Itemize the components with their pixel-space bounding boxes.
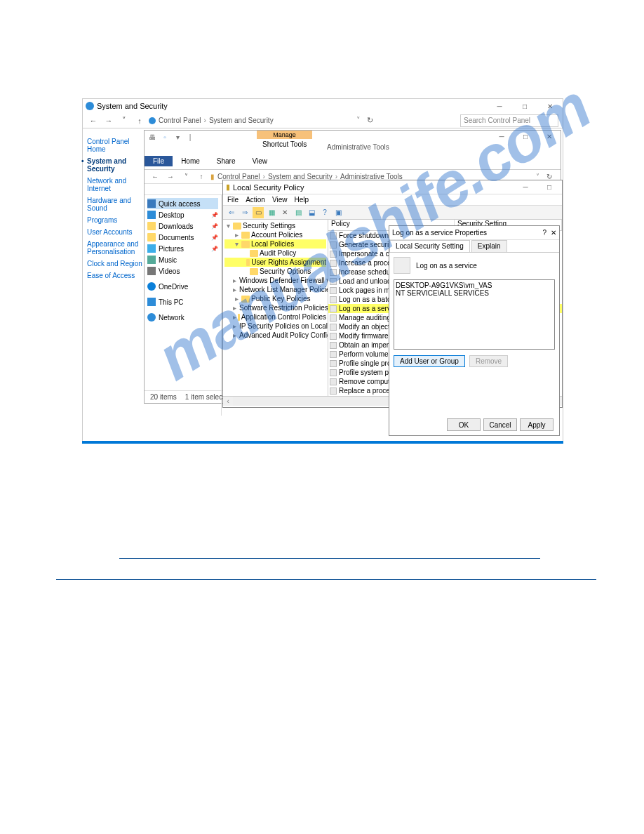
tab-share[interactable]: Share — [208, 156, 244, 166]
back-icon[interactable]: ⇐ — [226, 207, 237, 218]
help-button[interactable]: ? — [542, 229, 546, 237]
up-icon[interactable]: ▭ — [253, 207, 264, 218]
help-icon[interactable]: ? — [319, 207, 330, 218]
tree-item[interactable]: ▸Windows Defender Firewall with Adva — [224, 276, 326, 285]
sidebar-item-users[interactable]: User Accounts — [87, 226, 150, 238]
tree-item[interactable]: ▸Account Policies — [224, 230, 326, 239]
menu-help[interactable]: Help — [294, 196, 309, 204]
breadcrumb-item[interactable]: Control Panel — [159, 117, 201, 124]
tree-item[interactable]: ▸Public Key Policies — [224, 294, 326, 303]
collapse-icon[interactable]: ▾ — [224, 222, 232, 230]
tree-item[interactable]: Security Options — [224, 267, 326, 276]
nav-videos[interactable]: Videos — [147, 265, 218, 277]
close-button[interactable]: ✕ — [539, 131, 559, 142]
sidebar-item-programs[interactable]: Programs — [87, 214, 150, 226]
sidebar-item-home[interactable]: Control Panel Home — [87, 135, 150, 155]
minimize-button[interactable]: ─ — [490, 100, 509, 112]
tree-item[interactable]: ▸Advanced Audit Policy Configuration — [224, 331, 326, 340]
tree-item[interactable]: ▸Network List Manager Policies — [224, 285, 326, 294]
expand-icon[interactable]: ▸ — [233, 304, 236, 312]
maximize-button[interactable]: □ — [516, 131, 535, 142]
tab-local-security[interactable]: Local Security Setting — [389, 240, 470, 252]
back-button[interactable]: ← — [149, 171, 161, 183]
delete-icon[interactable]: ✕ — [279, 207, 290, 218]
taskbar[interactable] — [82, 441, 563, 444]
expand-icon[interactable]: ▸ — [233, 277, 236, 284]
minimize-button[interactable]: ─ — [492, 131, 511, 142]
tree-item[interactable]: ▸Software Restriction Policies — [224, 303, 326, 312]
list-item[interactable]: NT SERVICE\ALL SERVICES — [396, 289, 553, 297]
menu-action[interactable]: Action — [246, 196, 265, 204]
refresh-button[interactable]: ↻ — [363, 116, 377, 125]
tree-item[interactable]: ▾Local Policies — [224, 239, 326, 249]
tree-item[interactable]: ▸IP Security Policies on Local Compute — [224, 322, 326, 331]
nav-quick-access[interactable]: Quick access — [147, 198, 218, 209]
menu-file[interactable]: File — [227, 196, 239, 204]
nav-this-pc[interactable]: This PC — [147, 296, 218, 307]
up-button[interactable]: ˅ — [118, 114, 130, 127]
nav-downloads[interactable]: Downloads📌 — [147, 220, 218, 232]
users-listbox[interactable]: DESKTOP-A9G1VKS\vm_VAS NT SERVICE\ALL SE… — [394, 279, 555, 350]
sidebar-item-network[interactable]: Network and Internet — [87, 175, 150, 194]
close-button[interactable]: ✕ — [551, 229, 556, 237]
divider — [56, 579, 596, 580]
expand-icon[interactable]: ▸ — [233, 322, 236, 330]
tree-label: Software Restriction Policies — [239, 304, 328, 312]
down-icon[interactable]: ▾ — [173, 132, 182, 142]
sidebar-item-appearance[interactable]: Appearance and Personalisation — [87, 238, 150, 258]
tab-home[interactable]: Home — [173, 156, 208, 166]
expand-icon[interactable]: ▸ — [233, 231, 240, 239]
print-icon[interactable]: 🖶 — [147, 132, 157, 142]
ok-button[interactable]: OK — [447, 418, 481, 431]
properties-icon[interactable]: ▤ — [293, 207, 304, 218]
tree-item[interactable]: User Rights Assignment — [224, 258, 326, 267]
back-button[interactable]: ← — [87, 114, 100, 127]
nav-pictures[interactable]: Pictures📌 — [147, 243, 218, 254]
up-button[interactable]: ↑ — [195, 171, 208, 183]
scroll-left-icon[interactable]: ‹ — [223, 397, 233, 406]
nav-onedrive[interactable]: OneDrive — [147, 281, 218, 292]
maximize-button[interactable]: □ — [515, 100, 535, 112]
maximize-button[interactable]: □ — [539, 182, 559, 193]
cancel-button[interactable]: Cancel — [483, 418, 517, 431]
add-user-button[interactable]: Add User or Group — [394, 355, 465, 367]
breadcrumb[interactable]: Control Panel › System and Security — [159, 117, 274, 124]
forward-icon[interactable]: ⇒ — [239, 207, 250, 218]
nav-documents[interactable]: Documents📌 — [147, 232, 218, 243]
expand-icon[interactable]: ▸ — [233, 295, 240, 303]
forward-button[interactable]: → — [102, 114, 115, 127]
dropdown-icon[interactable]: ˅ — [356, 116, 361, 125]
apply-button[interactable]: Apply — [520, 418, 554, 431]
folder-icon[interactable]: ▫ — [160, 132, 170, 142]
refresh-icon[interactable]: ▣ — [333, 207, 344, 218]
expand-icon[interactable]: ▸ — [233, 286, 236, 293]
sidebar-item-clock[interactable]: Clock and Region — [87, 258, 150, 270]
expand-icon[interactable]: ▸ — [233, 331, 236, 339]
nav-network[interactable]: Network — [147, 312, 218, 323]
tab-shortcut-tools[interactable]: Shortcut Tools — [257, 139, 312, 150]
tree-item[interactable]: ▸Application Control Policies — [224, 312, 326, 322]
expand-icon[interactable]: ▸ — [233, 313, 236, 321]
recent-button[interactable]: ˅ — [180, 171, 192, 183]
tree-item[interactable]: Audit Policy — [224, 249, 326, 258]
close-button[interactable]: ✕ — [540, 100, 560, 112]
breadcrumb-item[interactable]: System and Security — [209, 117, 274, 124]
expand-icon[interactable]: ▾ — [233, 240, 240, 248]
search-input[interactable]: Search Control Panel — [460, 114, 558, 127]
export-icon[interactable]: ⬓ — [306, 207, 317, 218]
list-item[interactable]: DESKTOP-A9G1VKS\vm_VAS — [396, 282, 553, 289]
sidebar-item-system-security[interactable]: System and Security — [87, 155, 150, 175]
minimize-button[interactable]: ─ — [516, 182, 535, 193]
sidebar-item-ease[interactable]: Ease of Access — [87, 270, 150, 282]
nav-music[interactable]: Music — [147, 254, 218, 265]
nav-desktop[interactable]: Desktop📌 — [147, 209, 218, 220]
tree-root[interactable]: ▾Security Settings — [224, 221, 326, 230]
menu-view[interactable]: View — [272, 196, 288, 204]
tab-explain[interactable]: Explain — [471, 240, 507, 252]
tab-view[interactable]: View — [244, 156, 276, 166]
tab-file[interactable]: File — [145, 156, 173, 166]
forward-button[interactable]: → — [164, 171, 177, 183]
sidebar-item-hardware[interactable]: Hardware and Sound — [87, 194, 150, 214]
tree-icon[interactable]: ▦ — [266, 207, 277, 218]
up-dir-button[interactable]: ↑ — [133, 114, 146, 127]
